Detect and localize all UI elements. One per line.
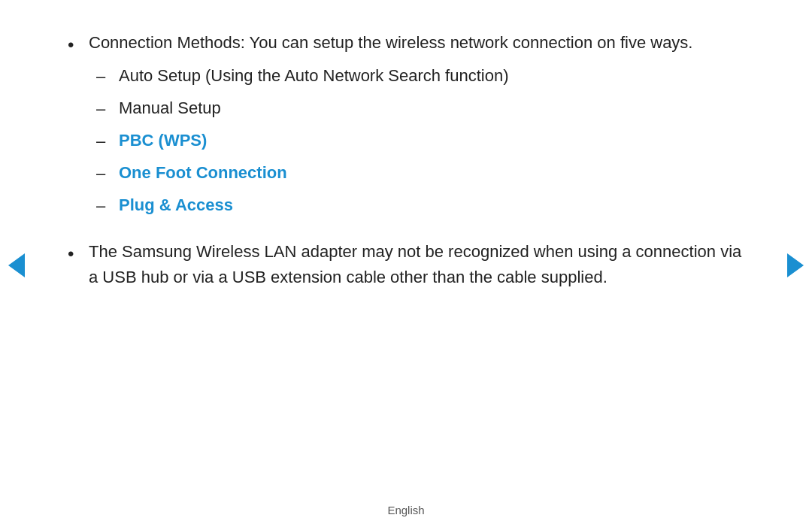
list-item: • Connection Methods: You can setup the … <box>68 30 744 226</box>
list-item: – PBC (WPS) <box>96 128 744 154</box>
bullet-dot: • <box>68 241 89 268</box>
footer: English <box>0 504 812 530</box>
sub-item-text: Auto Setup (Using the Auto Network Searc… <box>119 63 744 89</box>
list-item: – One Foot Connection <box>96 160 744 186</box>
dash-icon: – <box>96 96 119 122</box>
bullet-text: Connection Methods: You can setup the wi… <box>89 30 744 226</box>
page-container: • Connection Methods: You can setup the … <box>0 0 812 530</box>
dash-icon: – <box>96 129 119 154</box>
main-bullet-list: • Connection Methods: You can setup the … <box>68 30 744 290</box>
list-item: – Manual Setup <box>96 95 744 122</box>
bullet-dot: • <box>68 32 89 59</box>
bullet-text-content: The Samsung Wireless LAN adapter may not… <box>89 239 744 290</box>
dash-icon: – <box>96 161 119 186</box>
left-arrow-icon <box>8 253 25 277</box>
right-arrow-icon <box>787 253 804 277</box>
sub-item-text: Manual Setup <box>119 95 744 121</box>
plug-access-link[interactable]: Plug & Access <box>119 192 744 218</box>
one-foot-connection-link[interactable]: One Foot Connection <box>119 160 744 186</box>
dash-icon: – <box>96 64 119 89</box>
list-item: – Auto Setup (Using the Auto Network Sea… <box>96 63 744 89</box>
pbc-wps-link[interactable]: PBC (WPS) <box>119 128 744 153</box>
list-item: • The Samsung Wireless LAN adapter may n… <box>68 239 744 290</box>
list-item: – Plug & Access <box>96 192 744 219</box>
content-area: • Connection Methods: You can setup the … <box>0 0 812 504</box>
dash-icon: – <box>96 193 119 219</box>
sub-list: – Auto Setup (Using the Auto Network Sea… <box>89 63 744 219</box>
footer-language-label: English <box>387 504 424 516</box>
bullet-text-content: Connection Methods: You can setup the wi… <box>89 33 692 52</box>
next-nav-button[interactable] <box>779 249 812 282</box>
prev-nav-button[interactable] <box>0 249 33 282</box>
